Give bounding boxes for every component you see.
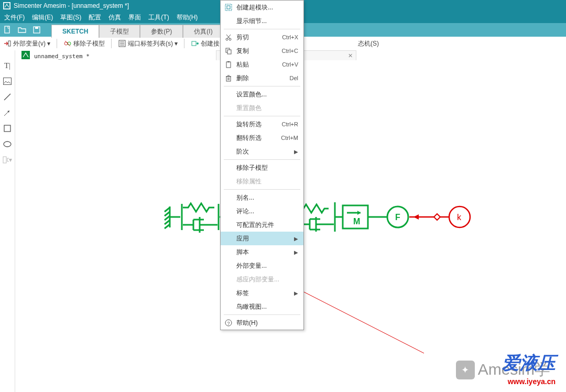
menu-help[interactable]: 帮助(H) — [177, 13, 198, 22]
ctx-label: 脚本 — [236, 248, 249, 257]
svg-rect-59 — [225, 4, 232, 10]
help-icon: ? — [224, 319, 233, 327]
tab-parameters[interactable]: 参数(P) — [140, 25, 183, 38]
chevron-right-icon: ▶ — [294, 249, 298, 255]
ctx-item[interactable]: 别名... — [221, 191, 303, 204]
ctx-item: 感应内部变量... — [221, 273, 303, 286]
menu-interface[interactable]: 界面 — [128, 13, 141, 22]
svg-rect-21 — [21, 51, 30, 59]
line-tool-icon[interactable] — [3, 92, 12, 102]
svg-rect-69 — [226, 77, 231, 81]
delete-icon — [224, 74, 233, 82]
ctx-item[interactable]: 移除子模型 — [221, 161, 303, 175]
svg-rect-67 — [226, 62, 231, 68]
ellipse-tool-icon[interactable] — [3, 139, 12, 149]
ctx-label: 移除属性 — [236, 177, 262, 186]
chevron-right-icon: ▶ — [294, 290, 298, 296]
selected-component[interactable] — [181, 195, 220, 239]
annotation-arrow — [293, 285, 429, 358]
image-tool-icon[interactable] — [3, 77, 12, 86]
ctx-label: 翻转所选 — [236, 134, 262, 143]
watermark-url: www.iyeya.cn — [508, 377, 556, 386]
svg-rect-60 — [227, 6, 230, 9]
cut-icon — [224, 33, 233, 41]
document-label: unnamed_system * — [34, 53, 90, 60]
ctx-label: 显示细节... — [236, 17, 267, 26]
close-icon[interactable]: ✕ — [348, 52, 353, 59]
menu-edit[interactable]: 编辑(E) — [32, 13, 53, 22]
ctx-label: 创建超模块... — [236, 3, 273, 12]
ctx-item[interactable]: 评论... — [221, 204, 303, 218]
ctx-label: 删除 — [236, 74, 249, 83]
ctx-item[interactable]: 显示细节... — [221, 14, 303, 28]
svg-rect-68 — [227, 61, 230, 62]
context-menu[interactable]: 创建超模块...显示细节...剪切Ctrl+X复制Ctrl+C粘贴Ctrl+V删… — [220, 0, 304, 330]
rect-tool-icon[interactable] — [3, 124, 12, 133]
ctx-item[interactable]: 鸟瞰视图... — [221, 300, 303, 313]
remove-submodel-button[interactable]: 移除子模型 — [63, 39, 105, 48]
text-tool-icon[interactable]: T| — [3, 61, 12, 70]
ctx-item[interactable]: 翻转所选Ctrl+M — [221, 131, 303, 145]
ctx-item[interactable]: 应用▶ — [221, 232, 303, 245]
ctx-item[interactable]: 剪切Ctrl+X — [221, 30, 303, 44]
ctx-item[interactable]: 外部变量... — [221, 259, 303, 273]
chevron-right-icon: ▶ — [294, 236, 298, 242]
ctx-item[interactable]: 可配置的元件 — [221, 218, 303, 232]
svg-rect-20 — [7, 158, 9, 161]
state-machine-button[interactable]: 态机(S) — [358, 39, 379, 48]
ctx-label: 重置颜色 — [236, 104, 262, 113]
window-title: Simcenter Amesim - [unnamed_system *] — [14, 2, 129, 9]
dropdown-arrow-icon: ▾ — [175, 40, 178, 47]
svg-point-5 — [64, 42, 68, 45]
tab-sketch[interactable]: SKETCH — [51, 25, 99, 38]
ctx-label: 评论... — [236, 207, 254, 216]
ctx-label: 可配置的元件 — [236, 221, 274, 230]
port-label-list-button[interactable]: 端口标签列表(s)▾ — [118, 39, 178, 48]
dropdown-arrow-icon: ▾ — [47, 40, 50, 47]
left-toolbar: T| ▾ — [0, 50, 15, 392]
app-icon — [3, 2, 10, 9]
ctx-item[interactable]: 旋转所选Ctrl+R — [221, 117, 303, 131]
ctx-label: 别名... — [236, 193, 254, 202]
svg-rect-17 — [4, 125, 10, 132]
chevron-right-icon: ▶ — [294, 149, 298, 155]
ctx-item[interactable]: 删除Del — [221, 71, 303, 85]
ctx-item[interactable]: 创建超模块... — [221, 1, 303, 14]
svg-text:F: F — [395, 213, 400, 222]
menu-config[interactable]: 配置 — [89, 13, 101, 22]
external-var-button[interactable]: 外部变量(v)▾ — [3, 39, 50, 48]
menu-sketch[interactable]: 草图(S) — [60, 13, 81, 22]
svg-point-6 — [68, 42, 71, 45]
svg-rect-4 — [8, 41, 10, 46]
open-file-icon[interactable] — [16, 24, 28, 36]
tab-simulation[interactable]: 仿真(I) — [183, 25, 223, 38]
ctx-item[interactable]: ?帮助(H) — [221, 316, 303, 330]
ctx-item[interactable]: 设置颜色... — [221, 88, 303, 101]
ctx-item[interactable]: 阶次▶ — [221, 145, 303, 158]
menu-file[interactable]: 文件(F) — [4, 13, 25, 22]
wechat-icon: ✦ — [456, 361, 475, 379]
ctx-item[interactable]: 复制Ctrl+C — [221, 44, 303, 58]
svg-text:M: M — [353, 217, 360, 226]
new-file-icon[interactable] — [1, 24, 14, 36]
tab-submodel[interactable]: 子模型 — [99, 25, 140, 38]
ctx-label: 剪切 — [236, 33, 249, 42]
arrow-tool-icon[interactable] — [3, 108, 12, 117]
ctx-label: 应用 — [236, 234, 249, 243]
save-file-icon[interactable] — [30, 24, 43, 36]
ctx-label: 鸟瞰视图... — [236, 302, 267, 311]
ctx-label: 移除子模型 — [236, 164, 268, 172]
ctx-item: 移除属性 — [221, 175, 303, 188]
svg-text:?: ? — [227, 321, 230, 326]
ctx-item[interactable]: 粘贴Ctrl+V — [221, 58, 303, 71]
ctx-label: 设置颜色... — [236, 90, 267, 99]
ctx-label: 旋转所选 — [236, 120, 262, 129]
ctx-item[interactable]: 脚本▶ — [221, 245, 303, 259]
align-tool-icon[interactable]: ▾ — [3, 155, 12, 165]
menu-sim[interactable]: 仿真 — [108, 13, 121, 22]
menu-tools[interactable]: 工具(T) — [148, 13, 169, 22]
svg-line-58 — [296, 288, 424, 353]
svg-point-62 — [229, 38, 231, 40]
ctx-item[interactable]: 标签▶ — [221, 286, 303, 300]
svg-rect-19 — [3, 157, 6, 163]
